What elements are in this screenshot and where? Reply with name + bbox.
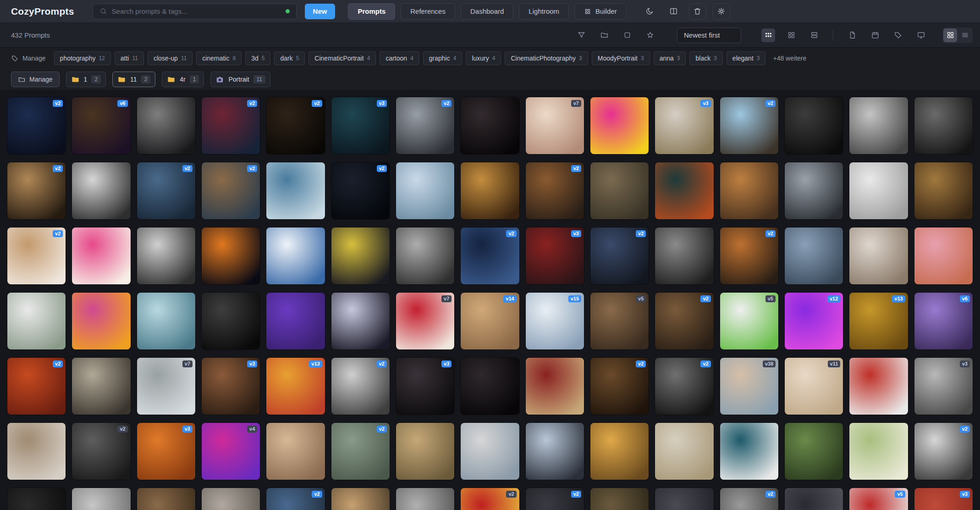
thumbnail[interactable]: v3 <box>137 423 195 480</box>
thumbnail[interactable] <box>396 162 454 219</box>
thumbnail[interactable] <box>849 423 908 480</box>
thumbnail[interactable]: v11 <box>785 358 843 415</box>
folder-chip-11[interactable]: 112 <box>112 72 155 87</box>
thumbnail[interactable]: v2 <box>137 162 195 219</box>
tab-lightroom[interactable]: Lightroom <box>519 3 569 20</box>
tag-chip-graphic[interactable]: graphic4 <box>423 51 462 65</box>
thumbnail[interactable]: v2 <box>7 358 66 415</box>
tab-builder[interactable]: Builder <box>574 3 627 20</box>
thumbnail[interactable]: v2 <box>7 227 66 284</box>
thumbnail[interactable] <box>655 227 713 284</box>
tag-chip-dark[interactable]: dark5 <box>274 51 305 65</box>
search-input[interactable] <box>112 7 281 15</box>
monitor-button[interactable] <box>914 28 928 42</box>
thumbnail[interactable] <box>849 227 908 284</box>
thumbnail[interactable]: v3 <box>396 358 454 415</box>
tag-chip-cartoon[interactable]: cartoon4 <box>380 51 419 65</box>
thumbnail[interactable] <box>590 162 649 219</box>
tag-chip-CinematicPortrait[interactable]: CinematicPortrait4 <box>308 51 376 65</box>
thumbnail[interactable]: v3 <box>655 97 713 154</box>
thumbnail[interactable] <box>396 227 454 284</box>
calendar-button[interactable] <box>868 28 882 42</box>
thumbnail[interactable]: v2 <box>7 97 66 154</box>
tag-chip-luxury[interactable]: luxury4 <box>466 51 501 65</box>
thumbnail[interactable]: v2 <box>331 423 390 480</box>
thumbnail[interactable] <box>7 488 66 510</box>
thumbnail[interactable] <box>72 227 130 284</box>
manage-tags-button[interactable]: Manage <box>11 51 50 65</box>
thumbnail[interactable]: v5 <box>849 488 908 510</box>
thumbnail[interactable] <box>7 293 66 349</box>
tag-chip-cinematic[interactable]: cinematic8 <box>196 51 242 65</box>
thumbnail[interactable] <box>590 488 649 510</box>
thumbnail[interactable] <box>785 488 843 510</box>
list-lines-button[interactable] <box>958 28 972 42</box>
thumbnail[interactable] <box>137 97 195 154</box>
thumbnail[interactable] <box>849 97 908 154</box>
thumbnail[interactable]: v3 <box>331 97 390 154</box>
thumbnail[interactable]: v2 <box>72 423 130 480</box>
thumbnail[interactable] <box>914 227 973 284</box>
folder-chip-1[interactable]: 12 <box>66 72 106 87</box>
thumbnail[interactable] <box>331 227 390 284</box>
folder-button[interactable] <box>597 28 611 42</box>
thumbnail[interactable] <box>655 423 713 480</box>
thumbnail[interactable] <box>655 162 713 219</box>
grid-2x2-button[interactable] <box>784 28 798 42</box>
thumbnail[interactable] <box>396 488 454 510</box>
thumbnail[interactable]: v3 <box>202 358 260 415</box>
star-button[interactable] <box>643 28 657 42</box>
thumbnail[interactable] <box>590 97 649 154</box>
thumbnail[interactable] <box>331 488 390 510</box>
folder-chip-4r[interactable]: 4r1 <box>162 72 204 87</box>
thumbnail[interactable] <box>849 162 908 219</box>
thumbnail[interactable]: v2 <box>526 162 584 219</box>
search-box[interactable] <box>93 4 297 19</box>
tag-chip-photography[interactable]: photography12 <box>54 51 111 65</box>
thumbnail[interactable]: v2 <box>461 227 519 284</box>
thumbnail[interactable] <box>720 423 778 480</box>
tag-chip-atti[interactable]: atti11 <box>115 51 144 65</box>
thumbnail[interactable] <box>785 97 843 154</box>
tab-dashboard[interactable]: Dashboard <box>461 3 513 20</box>
rows-button[interactable] <box>807 28 821 42</box>
thumbnail[interactable]: v2 <box>720 97 778 154</box>
thumbnail[interactable]: v7 <box>396 293 454 349</box>
thumbnail[interactable]: v2 <box>266 97 325 154</box>
grid-dense-button[interactable] <box>761 28 775 42</box>
thumbnail[interactable] <box>202 488 260 510</box>
file-button[interactable] <box>845 28 859 42</box>
manage-folders-button[interactable]: Manage <box>11 72 60 87</box>
thumbnail[interactable] <box>785 162 843 219</box>
thumbnail[interactable]: v6 <box>914 293 973 349</box>
thumbnail[interactable] <box>590 423 649 480</box>
thumbnail[interactable]: v2 <box>7 162 66 219</box>
tag-chip-anna[interactable]: anna3 <box>654 51 686 65</box>
thumbnail[interactable] <box>331 293 390 349</box>
thumbnail[interactable] <box>72 358 130 415</box>
thumbnail[interactable] <box>266 227 325 284</box>
thumbnail[interactable]: v2 <box>461 488 519 510</box>
thumbnail[interactable] <box>785 423 843 480</box>
thumbnail[interactable] <box>266 162 325 219</box>
thumbnail[interactable] <box>396 423 454 480</box>
thumbnail[interactable]: v2 <box>202 162 260 219</box>
thumbnail[interactable]: v2 <box>590 358 649 415</box>
thumbnail[interactable]: v13 <box>849 293 908 349</box>
thumbnail[interactable] <box>137 293 195 349</box>
thumbnail[interactable]: v2 <box>202 97 260 154</box>
thumbnail[interactable]: v2 <box>720 488 778 510</box>
thumbnail[interactable]: v2 <box>590 227 649 284</box>
tag-chip-CinematicPhotography[interactable]: CinematicPhotography3 <box>505 51 588 65</box>
thumbnail[interactable] <box>655 488 713 510</box>
tab-references[interactable]: References <box>401 3 455 20</box>
thumbnail[interactable]: v7 <box>137 358 195 415</box>
thumbnail[interactable]: v3 <box>914 358 973 415</box>
tag-chip-black[interactable]: black3 <box>689 51 722 65</box>
thumbnail[interactable]: v3 <box>526 227 584 284</box>
grid-2x2-button[interactable] <box>943 28 957 42</box>
thumbnail[interactable]: v3 <box>914 488 973 510</box>
funnel-button[interactable] <box>574 28 588 42</box>
thumbnail[interactable] <box>461 358 519 415</box>
thumbnail[interactable] <box>461 97 519 154</box>
